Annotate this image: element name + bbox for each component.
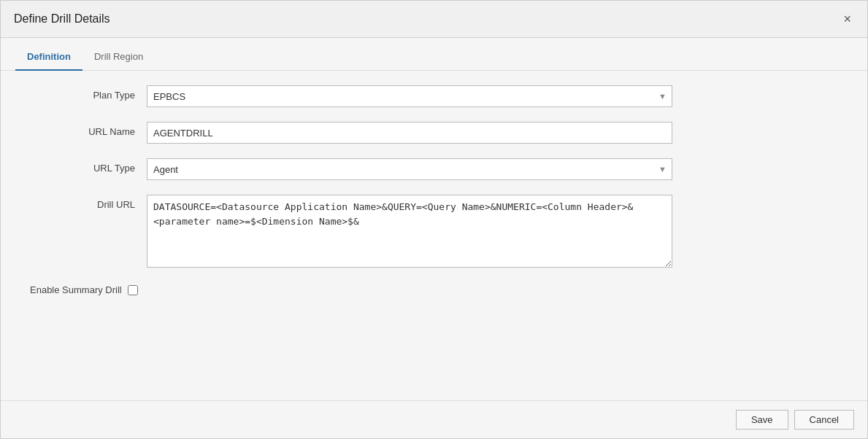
dialog-title: Define Drill Details (14, 12, 110, 26)
drill-url-textarea[interactable]: DATASOURCE=<Datasource Application Name>… (147, 195, 672, 268)
dialog-footer: Save Cancel (1, 400, 867, 438)
drill-url-control: DATASOURCE=<Datasource Application Name>… (147, 195, 672, 270)
dialog-body: Plan Type EPBCS BSO ASO ▼ URL Name (1, 71, 867, 400)
close-button[interactable]: × (840, 11, 854, 27)
url-name-input[interactable] (147, 122, 672, 144)
tab-definition[interactable]: Definition (15, 44, 82, 71)
plan-type-label: Plan Type (30, 85, 147, 101)
dialog: Define Drill Details × Definition Drill … (0, 0, 868, 439)
plan-type-row: Plan Type EPBCS BSO ASO ▼ (1, 85, 867, 107)
url-type-row: URL Type Agent URL ▼ (1, 158, 867, 180)
url-name-control (147, 122, 672, 144)
url-name-row: URL Name (1, 122, 867, 144)
enable-summary-drill-row: Enable Summary Drill (1, 284, 867, 295)
dialog-header: Define Drill Details × (1, 1, 867, 38)
save-button[interactable]: Save (736, 410, 788, 430)
url-name-label: URL Name (30, 122, 147, 137)
url-type-label: URL Type (30, 158, 147, 174)
drill-url-row: Drill URL DATASOURCE=<Datasource Applica… (1, 195, 867, 270)
tab-drill-region[interactable]: Drill Region (82, 44, 155, 71)
url-type-control: Agent URL ▼ (147, 158, 672, 180)
enable-summary-drill-label: Enable Summary Drill (30, 284, 122, 295)
drill-url-label: Drill URL (30, 195, 147, 210)
cancel-button[interactable]: Cancel (794, 410, 854, 430)
plan-type-control: EPBCS BSO ASO ▼ (147, 85, 672, 107)
plan-type-select-wrapper: EPBCS BSO ASO ▼ (147, 85, 672, 107)
enable-summary-drill-checkbox[interactable] (128, 285, 138, 295)
plan-type-select[interactable]: EPBCS BSO ASO (147, 85, 672, 107)
tabs-bar: Definition Drill Region (1, 44, 867, 71)
url-type-select-wrapper: Agent URL ▼ (147, 158, 672, 180)
url-type-select[interactable]: Agent URL (147, 158, 672, 180)
